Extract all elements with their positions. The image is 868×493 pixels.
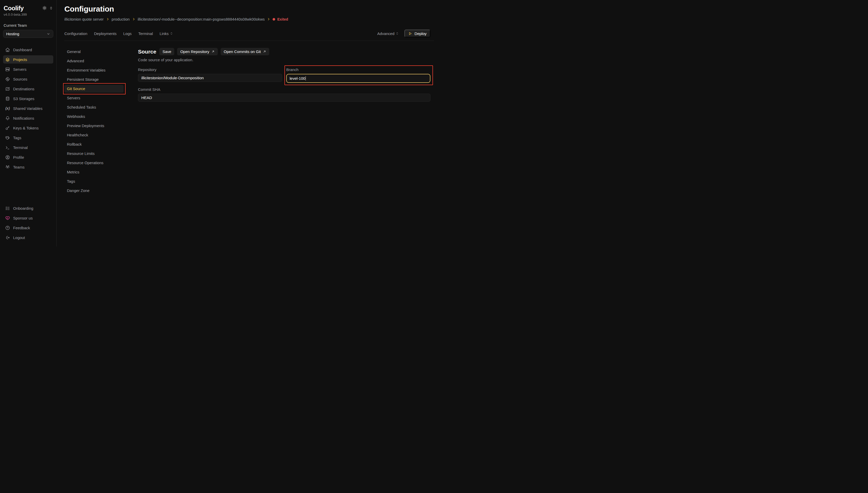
subnav-item-rollback[interactable]: Rollback xyxy=(64,141,124,148)
home-icon xyxy=(5,47,10,52)
subnav-item-tags[interactable]: Tags xyxy=(64,177,124,185)
sidebar-item-projects[interactable]: Projects xyxy=(3,55,53,64)
subnav-item-healthcheck[interactable]: Healthcheck xyxy=(64,131,124,139)
layers-icon xyxy=(5,57,10,62)
status-dot-icon xyxy=(273,18,275,21)
sidebar-item-keys-tokens[interactable]: Keys & Tokens xyxy=(3,124,53,132)
sidebar-item-terminal[interactable]: Terminal xyxy=(3,143,53,152)
open-commits-label: Open Commits on Git xyxy=(224,49,261,54)
sidebar-item-sponsor-us[interactable]: Sponsor us xyxy=(3,214,53,222)
sidebar-item-label: Profile xyxy=(13,155,24,159)
subnav-item-metrics[interactable]: Metrics xyxy=(64,168,124,176)
users-group-icon xyxy=(5,165,10,170)
logout-icon xyxy=(5,235,10,240)
sidebar-item-sources[interactable]: Sources xyxy=(3,75,53,83)
logo-row: Coolify xyxy=(3,5,53,12)
sidebar-item-label: S3 Storages xyxy=(13,97,35,101)
open-repository-button[interactable]: Open Repository xyxy=(177,48,218,55)
sidebar-item-label: Keys & Tokens xyxy=(13,126,39,130)
sidebar-item-shared-variables[interactable]: (x) Shared Variables xyxy=(3,104,53,112)
open-repository-label: Open Repository xyxy=(180,49,209,54)
database-icon xyxy=(5,96,10,101)
sidebar-item-label: Sources xyxy=(13,77,27,81)
advanced-menu[interactable]: Advanced xyxy=(377,31,399,36)
commit-sha-field-group: Commit SHA xyxy=(138,87,430,102)
play-icon xyxy=(408,31,412,36)
sidebar-item-label: Projects xyxy=(13,57,27,62)
sidebar-item-servers[interactable]: Servers xyxy=(3,65,53,73)
branch-input[interactable]: level-100 xyxy=(286,74,430,83)
user-circle-icon xyxy=(5,155,10,160)
tab-configuration[interactable]: Configuration xyxy=(64,31,87,36)
commit-sha-label: Commit SHA xyxy=(138,87,430,92)
section-title: Source xyxy=(138,49,156,55)
sidebar-item-label: Dashboard xyxy=(13,48,32,52)
open-commits-button[interactable]: Open Commits on Git xyxy=(220,48,269,55)
sidebar-item-teams[interactable]: Teams xyxy=(3,163,53,171)
subnav-item-general[interactable]: General xyxy=(64,48,124,56)
app-version: v4.0.0-beta.399 xyxy=(3,13,53,17)
sidebar-item-logout[interactable]: Logout xyxy=(3,233,53,242)
external-link-icon xyxy=(211,50,215,53)
page-title: Configuration xyxy=(64,4,430,14)
subnav-item-webhooks[interactable]: Webhooks xyxy=(64,113,124,121)
subnav-item-preview-deployments[interactable]: Preview Deployments xyxy=(64,122,124,130)
repository-label: Repository xyxy=(138,67,282,72)
chevrons-up-down-icon xyxy=(170,32,173,35)
save-button[interactable]: Save xyxy=(159,48,174,55)
git-source-icon xyxy=(5,77,10,82)
app-logo: Coolify xyxy=(4,5,24,12)
external-link-icon xyxy=(263,50,266,53)
sun-icon[interactable] xyxy=(42,6,47,10)
subnav-item-scheduled-tasks[interactable]: Scheduled Tasks xyxy=(64,103,124,111)
repository-field-group: Repository xyxy=(138,67,282,83)
key-icon xyxy=(5,126,10,130)
current-team-label: Current Team xyxy=(3,23,53,27)
source-section-header: Source Save Open Repository Open Commits… xyxy=(138,48,430,55)
variable-icon: (x) xyxy=(5,106,10,110)
sidebar-item-notifications[interactable]: Notifications xyxy=(3,114,53,122)
tab-links-label: Links xyxy=(160,31,169,36)
settings-subnav: General Advanced Environment Variables P… xyxy=(64,48,124,246)
sidebar-item-destinations[interactable]: Destinations xyxy=(3,85,53,93)
sidebar-item-feedback[interactable]: Feedback xyxy=(3,223,53,232)
sidebar-item-label: Terminal xyxy=(13,145,28,150)
sidebar-item-dashboard[interactable]: Dashboard xyxy=(3,46,53,54)
theme-selector-chevrons-icon[interactable] xyxy=(49,6,53,10)
tab-links[interactable]: Links xyxy=(160,31,173,36)
sidebar-item-onboarding[interactable]: Onboarding xyxy=(3,204,53,212)
sidebar-item-label: Sponsor us xyxy=(13,216,33,220)
server-icon xyxy=(5,67,10,72)
sidebar-item-tags[interactable]: Tags xyxy=(3,133,53,142)
subnav-item-resource-limits[interactable]: Resource Limits xyxy=(64,150,124,157)
subnav-item-persistent-storage[interactable]: Persistent Storage xyxy=(64,76,124,83)
main-area: Configuration illicitonion quote server … xyxy=(57,0,434,246)
tab-terminal[interactable]: Terminal xyxy=(138,31,153,36)
tab-logs[interactable]: Logs xyxy=(123,31,132,36)
help-circle-icon xyxy=(5,226,10,230)
commit-sha-input[interactable] xyxy=(138,94,430,102)
subnav-item-advanced[interactable]: Advanced xyxy=(64,57,124,65)
subnav-item-servers[interactable]: Servers xyxy=(64,94,124,102)
repository-input[interactable] xyxy=(138,74,282,82)
breadcrumb-environment[interactable]: production xyxy=(112,17,130,21)
sidebar-item-label: Destinations xyxy=(13,87,35,91)
app-root: Coolify v4.0.0-beta.399 Current Team Hos… xyxy=(0,0,434,246)
tab-deployments[interactable]: Deployments xyxy=(94,31,117,36)
advanced-label: Advanced xyxy=(377,31,395,36)
subnav-item-resource-operations[interactable]: Resource Operations xyxy=(64,159,124,167)
sidebar-footer-nav: Onboarding Sponsor us Feedback Logout xyxy=(3,204,53,243)
subnav-item-environment-variables[interactable]: Environment Variables xyxy=(64,66,124,74)
tag-icon xyxy=(5,135,10,140)
subnav-item-danger-zone[interactable]: Danger Zone xyxy=(64,187,124,194)
sidebar-item-label: Servers xyxy=(13,67,26,71)
sidebar-item-s3-storages[interactable]: S3 Storages xyxy=(3,94,53,103)
sidebar-item-profile[interactable]: Profile xyxy=(3,153,53,161)
branch-label: Branch xyxy=(286,67,430,72)
sidebar-nav: Dashboard Projects Servers Sources Desti… xyxy=(3,46,53,173)
breadcrumb-resource[interactable]: illicitestonion/-module--decomposition:m… xyxy=(138,17,265,21)
deploy-button[interactable]: Deploy xyxy=(404,29,430,37)
team-select[interactable]: Hosting xyxy=(3,30,53,38)
subnav-item-git-source[interactable]: Git Source xyxy=(64,85,124,93)
breadcrumb-project[interactable]: illicitonion quote server xyxy=(64,17,104,21)
